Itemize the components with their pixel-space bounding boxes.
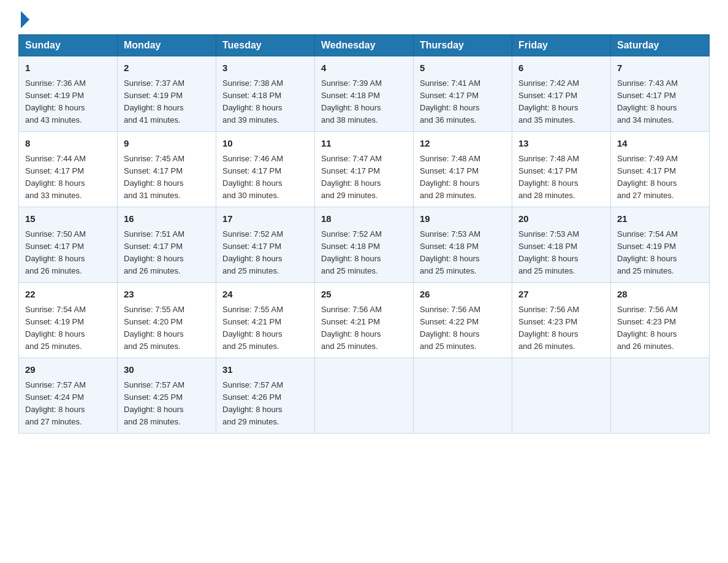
header-thursday: Thursday	[414, 35, 512, 56]
day-info: Sunrise: 7:48 AMSunset: 4:17 PMDaylight:…	[518, 154, 579, 200]
calendar-table: SundayMondayTuesdayWednesdayThursdayFrid…	[18, 34, 710, 434]
calendar-cell: 4Sunrise: 7:39 AMSunset: 4:18 PMDaylight…	[315, 56, 414, 132]
day-number: 9	[124, 137, 210, 151]
day-number: 19	[420, 212, 506, 226]
day-number: 14	[617, 137, 703, 151]
day-info: Sunrise: 7:48 AMSunset: 4:17 PMDaylight:…	[420, 154, 480, 200]
calendar-cell: 19Sunrise: 7:53 AMSunset: 4:18 PMDayligh…	[414, 207, 512, 283]
day-number: 16	[124, 212, 210, 226]
day-number: 27	[518, 288, 604, 302]
day-info: Sunrise: 7:45 AMSunset: 4:17 PMDaylight:…	[124, 154, 184, 200]
logo-triangle-icon	[21, 11, 29, 28]
day-info: Sunrise: 7:57 AMSunset: 4:25 PMDaylight:…	[124, 380, 184, 426]
calendar-cell: 28Sunrise: 7:56 AMSunset: 4:23 PMDayligh…	[611, 283, 710, 358]
day-number: 23	[124, 288, 210, 302]
day-info: Sunrise: 7:50 AMSunset: 4:17 PMDaylight:…	[25, 229, 86, 275]
day-info: Sunrise: 7:39 AMSunset: 4:18 PMDaylight:…	[321, 79, 382, 124]
calendar-cell: 3Sunrise: 7:38 AMSunset: 4:18 PMDaylight…	[216, 56, 315, 132]
header-monday: Monday	[118, 35, 216, 56]
header-wednesday: Wednesday	[315, 35, 414, 56]
day-number: 22	[25, 288, 111, 302]
day-info: Sunrise: 7:47 AMSunset: 4:17 PMDaylight:…	[321, 154, 382, 200]
calendar-cell: 18Sunrise: 7:52 AMSunset: 4:18 PMDayligh…	[315, 207, 414, 283]
header-friday: Friday	[512, 35, 611, 56]
calendar-cell: 27Sunrise: 7:56 AMSunset: 4:23 PMDayligh…	[512, 283, 611, 358]
calendar-cell	[512, 358, 611, 434]
day-number: 26	[420, 288, 506, 302]
day-number: 30	[124, 363, 210, 377]
day-info: Sunrise: 7:55 AMSunset: 4:21 PMDaylight:…	[222, 305, 283, 351]
day-info: Sunrise: 7:53 AMSunset: 4:18 PMDaylight:…	[518, 229, 579, 275]
calendar-cell: 21Sunrise: 7:54 AMSunset: 4:19 PMDayligh…	[611, 207, 710, 283]
calendar-cell: 7Sunrise: 7:43 AMSunset: 4:17 PMDaylight…	[611, 56, 710, 132]
calendar-cell: 25Sunrise: 7:56 AMSunset: 4:21 PMDayligh…	[315, 283, 414, 358]
calendar-cell: 20Sunrise: 7:53 AMSunset: 4:18 PMDayligh…	[512, 207, 611, 283]
day-info: Sunrise: 7:38 AMSunset: 4:18 PMDaylight:…	[222, 79, 283, 124]
day-info: Sunrise: 7:54 AMSunset: 4:19 PMDaylight:…	[617, 229, 678, 275]
header-sunday: Sunday	[19, 35, 118, 56]
day-number: 12	[420, 137, 506, 151]
calendar-cell: 5Sunrise: 7:41 AMSunset: 4:17 PMDaylight…	[414, 56, 512, 132]
calendar-cell: 26Sunrise: 7:56 AMSunset: 4:22 PMDayligh…	[414, 283, 512, 358]
day-info: Sunrise: 7:52 AMSunset: 4:18 PMDaylight:…	[321, 229, 382, 275]
calendar-cell: 12Sunrise: 7:48 AMSunset: 4:17 PMDayligh…	[414, 132, 512, 207]
day-number: 3	[222, 61, 308, 75]
day-info: Sunrise: 7:57 AMSunset: 4:26 PMDaylight:…	[222, 380, 283, 426]
calendar-cell	[315, 358, 414, 434]
day-number: 31	[222, 363, 308, 377]
day-number: 25	[321, 288, 407, 302]
day-number: 5	[420, 61, 506, 75]
day-info: Sunrise: 7:46 AMSunset: 4:17 PMDaylight:…	[222, 154, 283, 200]
calendar-cell: 30Sunrise: 7:57 AMSunset: 4:25 PMDayligh…	[118, 358, 216, 434]
calendar-week-row: 22Sunrise: 7:54 AMSunset: 4:19 PMDayligh…	[19, 283, 710, 358]
day-info: Sunrise: 7:41 AMSunset: 4:17 PMDaylight:…	[420, 79, 480, 124]
day-info: Sunrise: 7:55 AMSunset: 4:20 PMDaylight:…	[124, 305, 184, 351]
day-info: Sunrise: 7:56 AMSunset: 4:23 PMDaylight:…	[518, 305, 579, 351]
day-number: 7	[617, 61, 703, 75]
day-info: Sunrise: 7:56 AMSunset: 4:23 PMDaylight:…	[617, 305, 678, 351]
calendar-cell: 2Sunrise: 7:37 AMSunset: 4:19 PMDaylight…	[118, 56, 216, 132]
page-header	[18, 12, 710, 25]
calendar-cell	[414, 358, 512, 434]
calendar-week-row: 29Sunrise: 7:57 AMSunset: 4:24 PMDayligh…	[19, 358, 710, 434]
day-info: Sunrise: 7:43 AMSunset: 4:17 PMDaylight:…	[617, 79, 678, 124]
day-number: 28	[617, 288, 703, 302]
day-info: Sunrise: 7:54 AMSunset: 4:19 PMDaylight:…	[25, 305, 86, 351]
day-number: 21	[617, 212, 703, 226]
calendar-cell: 8Sunrise: 7:44 AMSunset: 4:17 PMDaylight…	[19, 132, 118, 207]
day-number: 11	[321, 137, 407, 151]
calendar-cell: 17Sunrise: 7:52 AMSunset: 4:17 PMDayligh…	[216, 207, 315, 283]
day-info: Sunrise: 7:49 AMSunset: 4:17 PMDaylight:…	[617, 154, 678, 200]
calendar-cell: 29Sunrise: 7:57 AMSunset: 4:24 PMDayligh…	[19, 358, 118, 434]
day-info: Sunrise: 7:36 AMSunset: 4:19 PMDaylight:…	[25, 79, 86, 124]
day-info: Sunrise: 7:51 AMSunset: 4:17 PMDaylight:…	[124, 229, 184, 275]
header-saturday: Saturday	[611, 35, 710, 56]
calendar-cell: 1Sunrise: 7:36 AMSunset: 4:19 PMDaylight…	[19, 56, 118, 132]
day-number: 4	[321, 61, 407, 75]
day-number: 20	[518, 212, 604, 226]
calendar-cell: 24Sunrise: 7:55 AMSunset: 4:21 PMDayligh…	[216, 283, 315, 358]
calendar-cell: 14Sunrise: 7:49 AMSunset: 4:17 PMDayligh…	[611, 132, 710, 207]
calendar-cell	[611, 358, 710, 434]
day-number: 24	[222, 288, 308, 302]
day-info: Sunrise: 7:56 AMSunset: 4:21 PMDaylight:…	[321, 305, 382, 351]
calendar-header-row: SundayMondayTuesdayWednesdayThursdayFrid…	[19, 35, 710, 56]
day-info: Sunrise: 7:44 AMSunset: 4:17 PMDaylight:…	[25, 154, 86, 200]
day-number: 15	[25, 212, 111, 226]
day-number: 17	[222, 212, 308, 226]
calendar-week-row: 15Sunrise: 7:50 AMSunset: 4:17 PMDayligh…	[19, 207, 710, 283]
day-number: 1	[25, 61, 111, 75]
calendar-week-row: 8Sunrise: 7:44 AMSunset: 4:17 PMDaylight…	[19, 132, 710, 207]
calendar-cell: 13Sunrise: 7:48 AMSunset: 4:17 PMDayligh…	[512, 132, 611, 207]
day-info: Sunrise: 7:37 AMSunset: 4:19 PMDaylight:…	[124, 79, 184, 124]
day-info: Sunrise: 7:57 AMSunset: 4:24 PMDaylight:…	[25, 380, 86, 426]
day-info: Sunrise: 7:42 AMSunset: 4:17 PMDaylight:…	[518, 79, 579, 124]
header-tuesday: Tuesday	[216, 35, 315, 56]
calendar-cell: 16Sunrise: 7:51 AMSunset: 4:17 PMDayligh…	[118, 207, 216, 283]
day-number: 10	[222, 137, 308, 151]
day-number: 8	[25, 137, 111, 151]
day-info: Sunrise: 7:56 AMSunset: 4:22 PMDaylight:…	[420, 305, 480, 351]
calendar-cell: 31Sunrise: 7:57 AMSunset: 4:26 PMDayligh…	[216, 358, 315, 434]
calendar-cell: 23Sunrise: 7:55 AMSunset: 4:20 PMDayligh…	[118, 283, 216, 358]
day-number: 2	[124, 61, 210, 75]
